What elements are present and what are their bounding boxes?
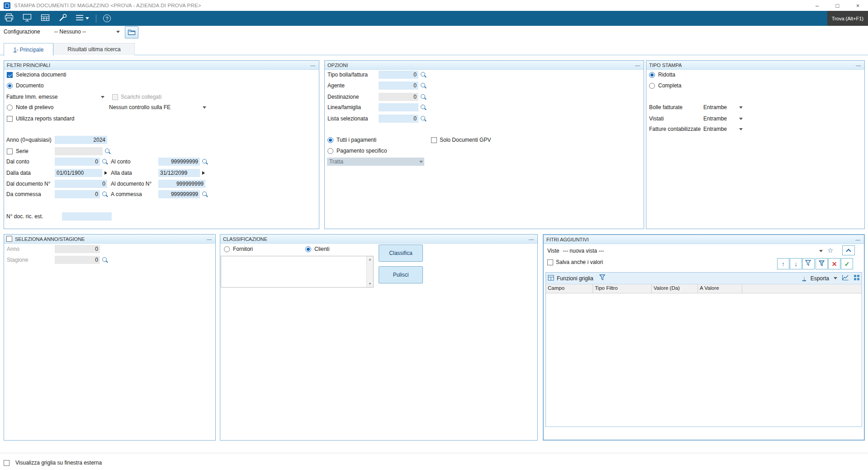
da-commessa-search-icon[interactable]	[102, 191, 108, 197]
filter-remove-button[interactable]	[802, 258, 815, 269]
opzioni-minimize-button[interactable]: —	[634, 63, 641, 67]
serie-field[interactable]	[55, 147, 103, 155]
serie-checkbox[interactable]	[7, 149, 13, 154]
alla-data-field[interactable]: 31/12/2099	[158, 169, 200, 177]
filter-add-button[interactable]	[816, 258, 828, 269]
stagione-search-icon[interactable]	[102, 256, 108, 263]
utilizza-reports-checkbox[interactable]	[7, 116, 13, 122]
dalla-data-calendar-arrow-icon[interactable]	[104, 171, 107, 175]
fitri-aggiuntivi-minimize-button[interactable]: —	[854, 237, 861, 242]
tab-principale[interactable]: 1- Principale	[4, 43, 53, 56]
dal-conto-search-icon[interactable]	[102, 158, 108, 165]
layout-grid-icon[interactable]	[854, 274, 860, 282]
serie-search-icon[interactable]	[104, 148, 110, 154]
tratta-select[interactable]: Tratta	[327, 158, 424, 166]
da-commessa-value: 0	[95, 191, 98, 197]
dal-conto-field[interactable]: 0	[55, 158, 100, 166]
lista-selezionata-search-icon[interactable]	[420, 115, 426, 122]
linea-famiglia-field[interactable]	[379, 103, 418, 111]
visualizza-griglia-checkbox[interactable]	[4, 460, 9, 466]
title-bar: STAMPA DOCUMENTI DI MAGAZZINO <PROVA - A…	[0, 0, 868, 11]
close-window-button[interactable]: ×	[848, 0, 868, 11]
esporta-button[interactable]: Esporta	[811, 275, 829, 282]
salva-valori-checkbox[interactable]	[547, 259, 553, 265]
anno-field[interactable]: 2024	[55, 136, 107, 144]
apply-filters-button[interactable]: ✓	[841, 258, 853, 269]
viste-select[interactable]: --- nuova vista ---	[563, 247, 824, 255]
help-button[interactable]: ?	[99, 11, 115, 26]
destinazione-field[interactable]: 0	[379, 93, 418, 101]
menu-dropdown-button[interactable]	[71, 11, 93, 26]
listbox-scrollbar[interactable]: ▲ ▼	[366, 256, 373, 287]
fatture-contabilizzate-select[interactable]: Entrambe	[703, 125, 744, 133]
tab-risultati-ultima-ricerca[interactable]: Risultati ultima ricerca	[53, 43, 135, 55]
classificazione-minimize-button[interactable]: —	[528, 237, 535, 241]
print-button[interactable]	[0, 11, 18, 26]
destinazione-search-icon[interactable]	[420, 93, 426, 100]
clienti-radio[interactable]	[305, 246, 311, 252]
al-documento-field[interactable]: 999999999	[158, 180, 205, 188]
grid-col-valore-da[interactable]: Valore (Da)	[652, 284, 698, 293]
a-commessa-search-icon[interactable]	[202, 191, 208, 197]
bolle-fatturate-select[interactable]: Entrambe	[703, 103, 744, 111]
print-preview-button[interactable]	[18, 11, 36, 26]
grid-view-button[interactable]	[36, 11, 54, 26]
tipo-bolla-search-icon[interactable]	[420, 71, 426, 78]
move-down-button[interactable]: ↓	[790, 258, 802, 269]
classifica-button[interactable]: Classifica	[379, 245, 423, 262]
stagione-field[interactable]: 0	[55, 256, 100, 264]
alla-data-calendar-arrow-icon[interactable]	[202, 171, 205, 175]
note-di-prelievo-radio[interactable]	[7, 105, 13, 110]
scroll-down-icon[interactable]: ▼	[367, 281, 373, 287]
funzioni-griglia-button[interactable]: Funzioni griglia	[557, 275, 593, 282]
al-conto-field[interactable]: 999999999	[158, 158, 200, 166]
ridotta-radio[interactable]	[649, 72, 655, 78]
al-conto-search-icon[interactable]	[202, 158, 208, 165]
completa-radio[interactable]	[649, 83, 655, 89]
grid-col-campo[interactable]: Campo	[546, 284, 593, 293]
grid-col-tipo-filtro[interactable]: Tipo Filtro	[593, 284, 652, 293]
anno-stagione-minimize-button[interactable]: —	[206, 237, 213, 241]
dalla-data-field[interactable]: 01/01/1900	[55, 169, 102, 177]
move-up-button[interactable]: ↑	[777, 258, 789, 269]
load-configuration-button[interactable]	[125, 26, 138, 38]
al-documento-label: Al documento N°	[111, 180, 152, 188]
classificazione-listbox[interactable]: ▲ ▼	[221, 256, 374, 288]
lista-selezionata-field[interactable]: 0	[379, 115, 418, 123]
configurazione-select[interactable]: -- Nessuno --	[54, 28, 121, 36]
tipo-bolla-field[interactable]: 0	[379, 71, 418, 79]
favorite-star-icon[interactable]: ☆	[827, 246, 833, 254]
agente-search-icon[interactable]	[420, 82, 426, 89]
scarichi-collegati-checkbox[interactable]	[112, 94, 118, 100]
maximize-window-button[interactable]: □	[827, 0, 848, 11]
scroll-up-icon[interactable]: ▲	[367, 256, 373, 263]
pagamento-specifico-radio[interactable]	[327, 148, 333, 154]
agente-field[interactable]: 0	[379, 82, 418, 90]
seleziona-documenti-checkbox[interactable]	[7, 72, 13, 78]
da-commessa-field[interactable]: 0	[55, 190, 100, 198]
linea-famiglia-search-icon[interactable]	[420, 104, 426, 110]
stagione-anno-field[interactable]: 0	[55, 245, 100, 253]
fornitori-radio[interactable]	[224, 246, 230, 252]
tools-button[interactable]	[54, 11, 71, 26]
cancel-filters-button[interactable]: ✕	[828, 258, 840, 269]
controllo-fe-select[interactable]: Nessun controllo sulla FE	[109, 103, 208, 111]
pulisci-button[interactable]: Pulisci	[379, 266, 423, 283]
tipo-documento-select[interactable]: Fatture Imm. emesse	[6, 93, 106, 101]
chart-icon[interactable]	[842, 274, 849, 282]
grid-col-a-valore[interactable]: A Valore	[698, 284, 742, 293]
n-doc-ric-est-field[interactable]	[62, 212, 112, 221]
solo-documenti-gpv-checkbox[interactable]	[431, 137, 437, 143]
filtri-principali-minimize-button[interactable]: —	[309, 63, 316, 67]
dal-documento-field[interactable]: 0	[55, 180, 107, 188]
funnel-icon[interactable]	[599, 274, 606, 282]
tutti-pagamenti-radio[interactable]	[327, 137, 333, 143]
tipo-stampa-minimize-button[interactable]: —	[855, 63, 862, 67]
anno-stagione-checkbox[interactable]	[6, 236, 12, 242]
a-commessa-field[interactable]: 999999999	[158, 190, 200, 198]
minimize-window-button[interactable]: –	[807, 0, 827, 11]
documento-radio[interactable]	[7, 83, 13, 89]
find-shortcut-badge[interactable]: Trova (Alt+F1)	[827, 11, 868, 26]
vistati-select[interactable]: Entrambe	[703, 115, 744, 123]
collapse-panel-button[interactable]	[842, 245, 855, 255]
